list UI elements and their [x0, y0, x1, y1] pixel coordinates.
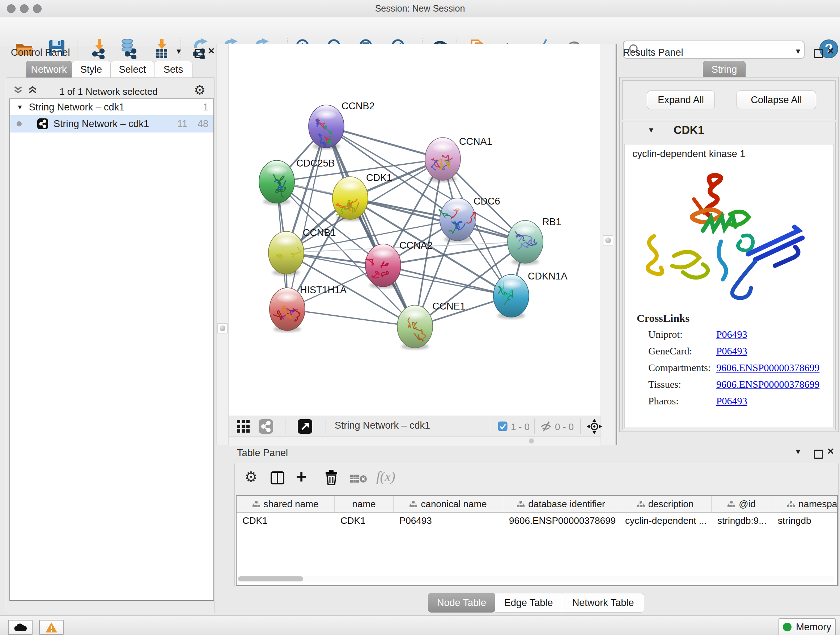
expand-all-networks-icon[interactable]	[27, 86, 38, 96]
crosslink-compartments-link[interactable]: 9606.ENSP00000378699	[716, 362, 819, 374]
columns-icon	[271, 471, 285, 485]
crosshair-icon	[586, 418, 603, 435]
network-options-gear-icon[interactable]: ⚙	[194, 82, 205, 98]
string-network-icon	[37, 118, 49, 130]
warnings-button[interactable]	[39, 620, 64, 635]
results-panel-float-icon[interactable]	[814, 49, 823, 58]
network-row[interactable]: String Network – cdk1 11 48	[10, 115, 213, 133]
add-column-button[interactable]: +	[296, 468, 307, 485]
protein-section-caret-icon[interactable]: ▼	[647, 126, 655, 134]
tab-string[interactable]: String	[703, 61, 745, 78]
splitter-dot-icon	[529, 439, 534, 443]
table-panel-title: Table Panel	[237, 448, 288, 459]
import-table-from-file-button[interactable]	[152, 38, 172, 59]
table-header-row: shared name name canonical name database…	[237, 496, 837, 513]
svg-text:CCNA2: CCNA2	[399, 240, 433, 251]
import-network-from-file-button[interactable]	[89, 38, 109, 59]
svg-text:HIST1H1A: HIST1H1A	[300, 285, 347, 295]
status-bar	[0, 616, 840, 635]
collection-label: String Network – cdk1	[29, 102, 125, 113]
expand-all-button[interactable]: Expand All	[647, 90, 715, 109]
crosslink-tissues-link[interactable]: 9606.ENSP00000378699	[716, 379, 819, 390]
scrollbar-thumb[interactable]	[238, 576, 303, 581]
warning-icon	[45, 622, 57, 633]
tab-network-table[interactable]: Network Table	[562, 593, 644, 613]
collapse-all-button[interactable]: Collapse All	[737, 90, 816, 109]
detach-view-button[interactable]	[297, 419, 313, 435]
control-panel-collapse-icon[interactable]: ▾	[177, 47, 181, 55]
fx-button[interactable]: f(x)	[376, 469, 395, 485]
import-table-icon	[152, 38, 172, 59]
column-header[interactable]: shared name	[237, 496, 335, 512]
tab-edge-table[interactable]: Edge Table	[495, 593, 562, 613]
show-columns-button[interactable]	[271, 471, 285, 486]
canvas-bottom-splitter[interactable]	[229, 436, 600, 446]
trash-icon	[325, 470, 338, 485]
tab-style[interactable]: Style	[72, 61, 111, 78]
svg-text:CCNB2: CCNB2	[341, 101, 375, 111]
main-toolbar: ?	[0, 17, 840, 45]
memory-button[interactable]: Memory	[778, 618, 836, 635]
column-header[interactable]: canonical name	[393, 496, 503, 512]
results-panel-collapse-icon[interactable]: ▾	[796, 47, 800, 55]
window-title: Session: New Session	[0, 3, 840, 14]
control-panel-float-icon[interactable]	[195, 49, 204, 58]
table-options-gear-icon[interactable]: ⚙	[245, 469, 257, 485]
toolbar-divider	[325, 418, 326, 434]
svg-text:CDKN1A: CDKN1A	[528, 271, 568, 282]
memory-ok-icon	[783, 623, 791, 631]
column-type-icon	[637, 501, 645, 508]
network-label: String Network – cdk1	[54, 119, 149, 130]
column-header[interactable]: @id	[712, 496, 772, 512]
crosslink-genecard-link[interactable]: P06493	[716, 345, 747, 357]
table-panel-close-icon[interactable]: ✕	[827, 448, 834, 455]
selected-checkbox[interactable]	[498, 421, 508, 432]
birds-eye-view-button[interactable]	[586, 418, 603, 436]
column-header[interactable]: database identifier	[503, 496, 619, 512]
grid-view-button[interactable]	[237, 420, 251, 435]
column-header[interactable]: name	[335, 496, 393, 512]
network-view-mode-button[interactable]	[258, 419, 273, 435]
table-panel-float-icon[interactable]	[814, 450, 823, 459]
cloud-status-button[interactable]	[8, 620, 33, 635]
tab-node-table[interactable]: Node Table	[428, 593, 495, 613]
results-panel-title: Results Panel	[623, 47, 684, 58]
table-panel-collapse-icon[interactable]: ▾	[796, 448, 800, 455]
hidden-items-button[interactable]	[540, 421, 553, 434]
column-header[interactable]: description	[619, 496, 712, 512]
svg-text:CCNA1: CCNA1	[459, 136, 493, 147]
selected-counts: 1 - 0	[511, 421, 530, 432]
column-type-icon	[787, 501, 795, 508]
results-panel-close-icon[interactable]: ✕	[827, 47, 834, 55]
import-network-from-database-button[interactable]	[118, 38, 139, 59]
toolbar-divider	[490, 418, 490, 434]
network-collection-row[interactable]: ▼ String Network – cdk1 1	[10, 99, 213, 115]
delete-table-button[interactable]	[350, 473, 368, 486]
database-icon	[118, 38, 139, 59]
right-splitter-handle[interactable]	[603, 235, 613, 245]
splitter-ball-icon	[219, 325, 225, 331]
node-count: 11	[166, 119, 187, 130]
svg-text:RB1: RB1	[542, 217, 561, 227]
column-header[interactable]: namespace	[772, 496, 838, 512]
column-type-icon	[728, 501, 735, 508]
table-horizontal-scrollbar[interactable]	[237, 576, 834, 582]
crosslink-label: GeneCard:	[648, 345, 692, 357]
external-arrow-icon	[297, 419, 313, 434]
column-type-icon	[253, 501, 260, 508]
collapse-all-networks-icon[interactable]	[13, 86, 23, 96]
crosslink-pharos-link[interactable]: P06493	[716, 395, 747, 407]
control-panel-close-icon[interactable]: ✕	[208, 47, 215, 55]
crosslink-uniprot-link[interactable]: P06493	[716, 329, 747, 340]
left-splitter-handle[interactable]	[218, 323, 227, 333]
network-graph[interactable]: CCNB2CCNA1CDC25BCDK1CDC6RB1CCNB1CCNA2CDK…	[229, 46, 600, 416]
checkbox-checked-icon	[498, 421, 508, 431]
protein-description: cyclin-dependent kinase 1	[632, 149, 745, 160]
tab-sets[interactable]: Sets	[154, 61, 193, 78]
tab-network[interactable]: Network	[26, 61, 72, 78]
left-splitter[interactable]	[216, 44, 229, 445]
collection-caret-icon[interactable]: ▼	[17, 103, 23, 111]
table-row[interactable]: CDK1 CDK1 P06493 9606.ENSP00000378699 cy…	[237, 513, 837, 529]
delete-column-button[interactable]	[325, 470, 338, 486]
tab-select[interactable]: Select	[111, 61, 155, 78]
